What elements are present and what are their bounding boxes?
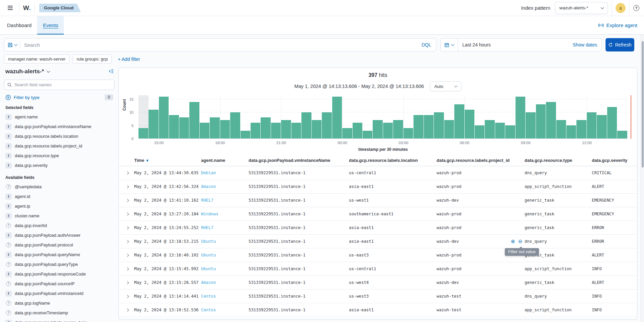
field-item-data-gcp-resource-labels-source-type[interactable]: tdata.gcp.resource.labels.source_type <box>4 318 114 322</box>
dql-button[interactable]: DQL <box>422 42 431 47</box>
histogram-bar[interactable] <box>597 115 607 138</box>
field-item-data-gcp-jsonpayload-sourceip[interactable]: ?data.gcp.jsonPayload.sourceIP <box>4 279 114 289</box>
field-item-data-gcp-jsonpayload-responsecode[interactable]: tdata.gcp.jsonPayload.responseCode <box>4 269 114 279</box>
histogram-bar[interactable] <box>607 107 617 138</box>
search-input[interactable] <box>23 42 422 48</box>
filter-pill-rule-groups[interactable]: rule.groups: gcp <box>73 55 112 64</box>
histogram-bar[interactable] <box>393 120 403 138</box>
explore-agent-link[interactable]: Explore agent <box>598 16 643 34</box>
histogram-bar[interactable] <box>516 97 525 138</box>
refresh-button[interactable]: Refresh <box>606 38 634 51</box>
field-item-data-gcp-severity[interactable]: tdata.gcp.severity <box>4 160 114 170</box>
histogram-bar[interactable] <box>251 123 260 138</box>
histogram-bar[interactable] <box>526 112 535 138</box>
column-header-time[interactable]: Time▼ <box>134 158 201 163</box>
histogram-bar[interactable] <box>342 128 352 138</box>
histogram-bar[interactable] <box>536 104 546 138</box>
histogram-bar[interactable] <box>546 102 556 138</box>
expand-row-button[interactable] <box>124 307 130 313</box>
field-item--sampledata[interactable]: ?@sampledata <box>4 182 114 192</box>
histogram-bar[interactable] <box>179 117 189 138</box>
date-picker-menu-button[interactable] <box>441 38 458 51</box>
histogram-bar[interactable] <box>210 117 219 138</box>
histogram-bar[interactable] <box>505 125 515 138</box>
histogram-bar[interactable] <box>220 120 230 138</box>
histogram-bar[interactable] <box>230 112 240 138</box>
histogram-bar[interactable] <box>383 123 393 138</box>
field-item-agent-name[interactable]: tagent.name <box>4 112 114 122</box>
field-item-data-gcp-logname[interactable]: ?data.gcp.logName <box>4 298 114 308</box>
histogram-bar[interactable] <box>261 117 270 138</box>
show-dates-button[interactable]: Show dates <box>573 42 602 47</box>
histogram-bar[interactable] <box>312 120 321 138</box>
saved-queries-button[interactable] <box>8 42 17 47</box>
histogram-bar[interactable] <box>149 110 158 138</box>
breadcrumb[interactable]: Google Cloud <box>39 4 81 12</box>
expand-row-button[interactable] <box>124 211 130 217</box>
histogram-bar[interactable] <box>485 120 494 138</box>
histogram-bar[interactable] <box>495 123 505 138</box>
field-item-data-gcp-resource-labels-project-id[interactable]: tdata.gcp.resource.labels.project_id <box>4 141 114 151</box>
field-item-data-gcp-jsonpayload-vminstanceid[interactable]: tdata.gcp.jsonPayload.vmInstanceId <box>4 289 114 298</box>
histogram-bar[interactable] <box>587 112 596 138</box>
expand-row-button[interactable] <box>124 198 130 203</box>
expand-row-button[interactable] <box>124 225 130 230</box>
histogram-bar[interactable] <box>576 120 586 138</box>
histogram-bar[interactable] <box>353 123 362 138</box>
agent-name-cell[interactable]: Windows <box>201 212 249 216</box>
column-header-agent-name[interactable]: agent.name <box>201 158 249 163</box>
expand-row-button[interactable] <box>124 280 130 285</box>
filter-pill-manager-name[interactable]: manager.name: wazuh-server <box>4 55 70 64</box>
histogram-bar[interactable] <box>139 128 148 138</box>
field-item-data-gcp-jsonpayload-authanswer[interactable]: tdata.gcp.jsonPayload.authAnswer <box>4 230 114 240</box>
histogram-bar[interactable] <box>424 115 434 138</box>
sort-desc-icon[interactable]: ▼ <box>146 158 149 163</box>
histogram-bar[interactable] <box>617 131 627 138</box>
agent-name-cell[interactable]: Centos <box>201 308 249 312</box>
histogram-bar[interactable] <box>200 123 209 138</box>
column-header-data-gcp-severity[interactable]: data.gcp.severity <box>592 158 637 163</box>
histogram-bar[interactable] <box>271 123 281 138</box>
histogram-bar[interactable] <box>169 115 179 138</box>
histogram-bar[interactable] <box>556 120 566 138</box>
histogram-bar[interactable] <box>465 110 474 138</box>
histogram-bar[interactable] <box>413 115 423 138</box>
column-header-data-gcp-resource-labels-project-id[interactable]: data.gcp.resource.labels.project_id <box>437 158 525 163</box>
field-item-agent-id[interactable]: tagent.id <box>4 192 114 201</box>
avatar[interactable]: a <box>616 3 626 13</box>
histogram-bar[interactable] <box>332 97 342 138</box>
column-header-data-gcp-resource-type[interactable]: data.gcp.resource.type <box>525 158 592 163</box>
menu-button[interactable] <box>5 3 15 13</box>
column-header-data-gcp-resource-labels-location[interactable]: data.gcp.resource.labels.location <box>349 158 437 163</box>
histogram-bar[interactable] <box>373 120 382 138</box>
histogram-bar[interactable] <box>566 125 576 138</box>
add-filter-button[interactable]: + Add filter <box>118 57 140 62</box>
scrollbar[interactable] <box>641 35 644 322</box>
field-item-data-gcp-insertid[interactable]: ?data.gcp.insertId <box>4 221 114 230</box>
agent-name-cell[interactable]: Ubuntu <box>201 266 249 271</box>
agent-name-cell[interactable]: Debian <box>201 171 249 175</box>
agent-name-cell[interactable]: RHEL7 <box>201 198 249 203</box>
tab-dashboard[interactable]: Dashboard <box>1 16 37 34</box>
histogram-bar[interactable] <box>434 112 444 138</box>
histogram-bar[interactable] <box>403 128 413 138</box>
scrollbar-thumb[interactable] <box>642 41 644 168</box>
expand-row-button[interactable] <box>124 266 130 272</box>
field-item-data-gcp-jsonpayload-vminstancename[interactable]: tdata.gcp.jsonPayload.vmInstanceName <box>4 122 114 131</box>
histogram-bar[interactable] <box>363 131 372 138</box>
histogram-bar[interactable] <box>281 120 291 138</box>
tab-events[interactable]: Events <box>37 16 64 34</box>
filter-out-value-icon[interactable]: ⊖ <box>518 238 523 244</box>
histogram-bar[interactable] <box>159 97 169 138</box>
agent-name-cell[interactable]: Amazon <box>201 184 249 189</box>
field-item-data-gcp-jsonpayload-queryname[interactable]: tdata.gcp.jsonPayload.queryName <box>4 250 114 259</box>
histogram-bar[interactable] <box>301 112 311 138</box>
histogram-bar[interactable] <box>291 123 301 138</box>
histogram-bar[interactable] <box>322 112 332 138</box>
index-pattern-select[interactable]: wazuh-alerts-* <box>555 2 608 14</box>
field-item-agent-ip[interactable]: tagent.ip <box>4 201 114 211</box>
field-item-data-gcp-resource-labels-location[interactable]: tdata.gcp.resource.labels.location <box>4 131 114 141</box>
field-item-data-gcp-jsonpayload-protocol[interactable]: ?data.gcp.jsonPayload.protocol <box>4 240 114 250</box>
collapse-sidebar-button[interactable] <box>108 69 114 75</box>
expand-row-button[interactable] <box>124 184 130 189</box>
